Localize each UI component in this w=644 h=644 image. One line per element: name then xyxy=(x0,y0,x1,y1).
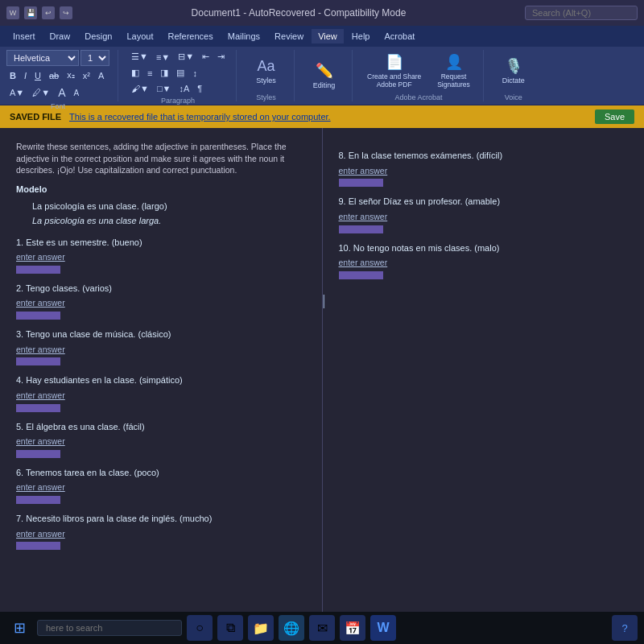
editing-icon: ✏️ xyxy=(316,62,333,80)
editing-label: Editing xyxy=(313,81,336,89)
styles-group-label: Styles xyxy=(256,93,276,101)
font-controls: Helvetica 11.5 B I U ab x₂ x² A xyxy=(6,50,109,101)
taskbar-icon-calendar[interactable]: 📅 xyxy=(340,615,365,641)
taskbar-icon-explorer[interactable]: 📁 xyxy=(248,615,274,641)
save-quick[interactable]: 💾 xyxy=(24,6,37,19)
underline-button[interactable]: U xyxy=(31,69,44,82)
highlight-button[interactable]: 🖊▼ xyxy=(29,86,53,99)
font-clear-button[interactable]: A xyxy=(95,69,107,82)
font-color-button[interactable]: A▼ xyxy=(6,86,27,99)
answer-label-7: enter answer xyxy=(16,528,306,541)
ribbon-group-adobe: 📄 Create and ShareAdobe PDF 👤 RequestSig… xyxy=(362,50,484,101)
indent-increase-button[interactable]: ⇥ xyxy=(214,50,228,64)
sort-button[interactable]: ↕A xyxy=(175,82,192,95)
tab-layout[interactable]: Layout xyxy=(120,29,159,43)
font-size-select[interactable]: 11.5 xyxy=(80,50,109,66)
tab-references[interactable]: References xyxy=(161,29,219,43)
tab-acrobat[interactable]: Acrobat xyxy=(378,29,421,43)
taskbar: ⊞ ○ ⧉ 📁 🌐 ✉ 📅 W ? xyxy=(0,612,644,644)
dictate-button[interactable]: 🎙️ Dictate xyxy=(497,54,530,88)
answer-box-9[interactable] xyxy=(339,225,383,233)
indent-decrease-button[interactable]: ⇤ xyxy=(199,50,213,64)
modelo-example: La psicología es una clase. (largo) xyxy=(32,200,306,213)
border-button[interactable]: □▼ xyxy=(154,82,175,95)
align-center-button[interactable]: ≡ xyxy=(144,67,155,80)
shading-button[interactable]: 🖌▼ xyxy=(128,82,152,95)
question-3: 3. Tengo una clase de música. (clásico) xyxy=(16,328,306,341)
word-logo[interactable]: W xyxy=(6,6,19,19)
question-7: 7. Necesito libros para la clase de ingl… xyxy=(16,512,306,526)
title-bar-left: W 💾 ↩ ↪ xyxy=(6,6,72,19)
answer-box-4[interactable] xyxy=(16,404,60,412)
taskbar-icon-browser[interactable]: 🌐 xyxy=(279,615,304,641)
ribbon-tab-bar: Insert Draw Design Layout References Mai… xyxy=(0,26,644,47)
tab-view[interactable]: View xyxy=(312,29,344,43)
styles-label: Styles xyxy=(256,76,276,85)
subscript-button[interactable]: x₂ xyxy=(64,68,78,82)
small-a-button[interactable]: A xyxy=(70,87,82,99)
tab-insert[interactable]: Insert xyxy=(6,29,42,43)
ribbon-search[interactable] xyxy=(525,6,638,20)
create-share-button[interactable]: 📄 Create and ShareAdobe PDF xyxy=(362,50,426,92)
bullet-list-button[interactable]: ☰▼ xyxy=(128,50,151,64)
italic-button[interactable]: I xyxy=(21,69,30,82)
bold-button[interactable]: B xyxy=(6,69,19,82)
answer-label-5: enter answer xyxy=(16,436,306,448)
answer-label-2: enter answer xyxy=(16,297,306,310)
notification-link[interactable]: This is a recovered file that is tempora… xyxy=(69,112,331,122)
answer-box-6[interactable] xyxy=(16,496,60,504)
windows-start-button[interactable]: ⊞ xyxy=(6,615,32,641)
answer-box-3[interactable] xyxy=(16,357,60,365)
create-share-label: Create and ShareAdobe PDF xyxy=(367,72,421,89)
multilevel-list-button[interactable]: ⊟▼ xyxy=(175,50,197,64)
redo-btn[interactable]: ↪ xyxy=(60,6,72,19)
answer-label-3: enter answer xyxy=(16,344,306,357)
tab-review[interactable]: Review xyxy=(268,29,310,43)
big-a-button[interactable]: A xyxy=(55,85,68,101)
taskbar-search[interactable] xyxy=(37,620,182,636)
ribbon-group-editing: ✏️ Editing xyxy=(304,50,353,101)
font-family-select[interactable]: Helvetica xyxy=(6,50,79,66)
align-justify-button[interactable]: ▤ xyxy=(173,66,188,80)
request-signatures-button[interactable]: 👤 RequestSignatures xyxy=(432,50,475,92)
tab-mailings[interactable]: Mailings xyxy=(221,29,266,43)
font-row: Helvetica 11.5 xyxy=(6,50,109,66)
line-spacing-button[interactable]: ↕ xyxy=(189,67,200,80)
ribbon-group-font: Helvetica 11.5 B I U ab x₂ x² A xyxy=(6,50,118,101)
create-share-icon: 📄 xyxy=(386,53,403,71)
tab-help[interactable]: Help xyxy=(345,29,377,43)
show-marks-button[interactable]: ¶ xyxy=(194,82,205,95)
answer-label-10: enter answer xyxy=(339,257,629,270)
strikethrough-button[interactable]: ab xyxy=(46,69,62,82)
taskbar-icon-cortana[interactable]: ○ xyxy=(187,615,213,641)
align-left-button[interactable]: ◧ xyxy=(128,66,142,80)
superscript-button[interactable]: x² xyxy=(80,69,93,82)
voice-group-label: Voice xyxy=(505,93,522,101)
answer-label-9: enter answer xyxy=(339,211,629,224)
answer-box-2[interactable] xyxy=(16,312,60,320)
ribbon-group-styles: Aa Styles Styles xyxy=(246,50,295,101)
styles-button[interactable]: Aa Styles xyxy=(251,55,281,88)
taskbar-icon-word[interactable]: W xyxy=(370,615,396,641)
taskbar-icon-help[interactable]: ? xyxy=(612,615,638,641)
align-right-button[interactable]: ◨ xyxy=(157,66,171,80)
answer-box-7[interactable] xyxy=(16,542,60,550)
answer-label-8: enter answer xyxy=(339,165,629,178)
undo-btn[interactable]: ↩ xyxy=(42,6,55,19)
save-button[interactable]: Save xyxy=(595,109,634,124)
document-area: Rewrite these sentences, adding the adje… xyxy=(0,128,644,624)
taskbar-icon-mail[interactable]: ✉ xyxy=(309,615,335,641)
font-color-row: A▼ 🖊▼ A A xyxy=(6,85,109,101)
tab-design[interactable]: Design xyxy=(78,29,118,43)
tab-draw[interactable]: Draw xyxy=(43,29,77,43)
answer-box-8[interactable] xyxy=(339,179,383,187)
answer-box-1[interactable] xyxy=(16,266,60,274)
answer-box-5[interactable] xyxy=(16,450,60,458)
answer-box-10[interactable] xyxy=(339,271,383,279)
voice-controls: 🎙️ Dictate xyxy=(497,50,530,92)
taskbar-icon-taskview[interactable]: ⧉ xyxy=(217,615,243,641)
editing-button[interactable]: ✏️ Editing xyxy=(308,59,341,93)
answer-label-1: enter answer xyxy=(16,251,306,264)
number-list-button[interactable]: ≡▼ xyxy=(153,51,173,64)
question-1: 1. Este es un semestre. (bueno) xyxy=(16,236,306,250)
